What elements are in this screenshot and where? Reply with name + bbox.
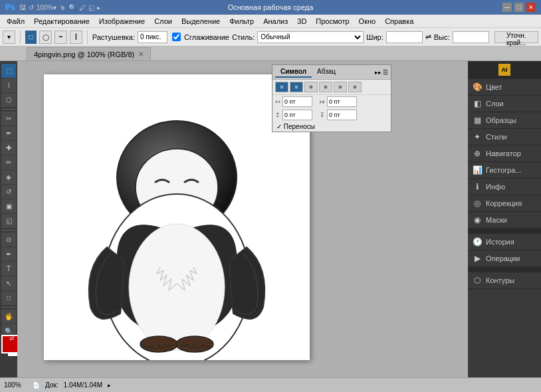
svg-point-6 (129, 224, 225, 350)
maximize-button[interactable]: □ (514, 3, 524, 12)
marquee-rect-btn[interactable]: □ (25, 31, 37, 44)
navigator-icon: ⊕ (472, 148, 483, 159)
panel-expand-icon[interactable]: ▸▸ (375, 69, 381, 76)
window-controls[interactable]: — □ ✕ (502, 3, 536, 12)
status-icon: 📄 (33, 382, 40, 389)
panel-menu-icon[interactable]: ☰ (383, 69, 388, 76)
tab-close-btn[interactable]: ✕ (138, 50, 144, 58)
panel-color-label: Цвет (486, 83, 502, 91)
menu-help[interactable]: Справка (381, 16, 417, 27)
tool-healing[interactable]: ✚ (1, 141, 16, 155)
space-before-input[interactable] (282, 110, 312, 120)
tool-crop[interactable]: ✂ (1, 112, 16, 126)
tool-lasso[interactable]: ⌇ (1, 78, 16, 92)
swap-icon[interactable]: ⇌ (425, 33, 431, 41)
menu-filter[interactable]: Фильтр (225, 16, 258, 27)
status-arrow[interactable]: ▸ (108, 382, 111, 389)
panel-masks-label: Маски (486, 216, 507, 224)
tool-text[interactable]: T (1, 262, 16, 276)
panel-styles[interactable]: ✦ Стили (468, 129, 541, 146)
close-button[interactable]: ✕ (526, 3, 536, 12)
panel-paths[interactable]: ⬡ Контуры (468, 272, 541, 289)
marquee-row-btn[interactable]: ━ (54, 31, 67, 44)
menu-analysis[interactable]: Анализ (259, 16, 292, 27)
indent-left-input[interactable] (282, 96, 312, 107)
color-area: ⇌ (0, 343, 17, 375)
tool-stamp[interactable]: ◈ (1, 170, 16, 184)
menu-select[interactable]: Выделение (177, 16, 224, 27)
panel-controls: ▸▸ ☰ (375, 69, 388, 76)
align-justify-center-btn[interactable]: ≡ (334, 82, 347, 92)
tool-pen[interactable]: ✒ (1, 247, 16, 261)
marquee-ellipse-btn[interactable]: ◯ (39, 31, 52, 44)
panel-corrections[interactable]: ◎ Коррекция (468, 195, 541, 212)
tool-gradient[interactable]: ◱ (1, 214, 16, 228)
actions-icon: ▶ (472, 253, 483, 264)
zoom-input[interactable] (4, 381, 27, 389)
tool-path-select[interactable]: ↖ (1, 276, 16, 290)
tool-eyedropper[interactable]: ✒ (1, 126, 16, 140)
refine-edge-btn[interactable]: Уточн. край... (494, 31, 538, 43)
panel-info[interactable]: ℹ Инфо (468, 179, 541, 195)
tool-preset-btn[interactable]: ▾ (3, 31, 15, 44)
main-area: ⬚ ⌇ ⬡ ✂ ✒ ✚ ✏ ◈ ↺ ▣ ◱ ⊙ ✒ T ↖ □ 🖐 🔍 ⇌ (0, 61, 541, 377)
tool-brush[interactable]: ✏ (1, 155, 16, 169)
rastushevka-input[interactable] (138, 31, 167, 43)
tool-marquee[interactable]: ⬚ (1, 64, 16, 78)
indent-right-input[interactable] (327, 96, 357, 107)
tool-sep-3 (2, 307, 15, 308)
panel-actions[interactable]: ▶ Операции (468, 250, 541, 267)
panel-swatches[interactable]: ▦ Образцы (468, 112, 541, 129)
menu-window[interactable]: Окно (355, 16, 380, 27)
ai-icon: AI (498, 64, 510, 76)
color-icon: 🎨 (472, 82, 483, 92)
panel-histogram[interactable]: 📊 Гистогра... (468, 162, 541, 179)
opt-sep-1 (20, 31, 21, 44)
doc-value: 1.04M/1.04M (64, 381, 102, 389)
menu-3d[interactable]: 3D (293, 16, 310, 27)
tool-eraser[interactable]: ▣ (1, 199, 16, 213)
align-right-btn[interactable]: ≡ (304, 82, 318, 92)
menu-file[interactable]: Файл (3, 16, 29, 27)
symbol-panel-header: Символ Абзац ▸▸ ☰ (272, 65, 391, 80)
sglazhivanie-checkbox[interactable] (172, 33, 181, 41)
vysota-input[interactable] (453, 31, 489, 43)
tool-hand[interactable]: 🖐 (1, 310, 16, 324)
align-justify-right-btn[interactable]: ≡ (348, 82, 362, 92)
marquee-col-btn[interactable]: ┃ (70, 31, 82, 44)
tab-symbol[interactable]: Символ (275, 66, 312, 78)
menu-edit[interactable]: Редактирование (30, 16, 94, 27)
tool-shape[interactable]: □ (1, 291, 16, 305)
tool-magic-wand[interactable]: ⬡ (1, 93, 16, 107)
indent-right-icon: ↦ (320, 98, 325, 105)
color-switch[interactable]: ⇌ (9, 335, 15, 342)
panel-layers[interactable]: ◧ Слои (468, 96, 541, 112)
panel-divider-2 (468, 267, 541, 272)
align-left-btn[interactable]: ≡ (275, 82, 288, 92)
stil-label: Стиль: (232, 33, 255, 41)
tool-dodge[interactable]: ⊙ (1, 233, 16, 246)
align-justify-left-btn[interactable]: ≡ (319, 82, 332, 92)
status-bar: 📄 Док: 1.04M/1.04M ▸ (0, 377, 541, 392)
stil-select[interactable]: Обычный Фиксированное соотношение Фиксир… (257, 31, 364, 43)
panel-masks[interactable]: ◉ Маски (468, 212, 541, 229)
menu-view[interactable]: Просмотр (312, 16, 353, 27)
panel-color[interactable]: 🎨 Цвет (468, 79, 541, 96)
tool-history[interactable]: ↺ (1, 185, 16, 199)
space-after-input[interactable] (327, 110, 357, 120)
panel-layers-label: Слои (486, 100, 504, 108)
align-center-btn[interactable]: ≡ (290, 82, 303, 92)
title-bar-icons: 🖫↺100%▾🖱🔍🖊◱▸ (19, 4, 101, 11)
document-tab[interactable]: 4pingvin.png @ 100% (RGB/8) ✕ (27, 47, 151, 60)
panel-history[interactable]: 🕐 История (468, 234, 541, 250)
menu-image[interactable]: Изображение (95, 16, 149, 27)
tool-sep-2 (2, 230, 15, 231)
minimize-button[interactable]: — (502, 3, 512, 12)
panel-styles-label: Стили (486, 133, 507, 141)
panel-navigator[interactable]: ⊕ Навигатор (468, 146, 541, 162)
tab-paragraph[interactable]: Абзац (312, 66, 341, 78)
hyphenation-row: ✓ Переносы (272, 122, 391, 132)
menu-layers[interactable]: Слои (150, 16, 176, 27)
canvas-area: Символ Абзац ▸▸ ☰ ≡ ≡ ≡ ≡ ≡ ≡ ↤ (17, 61, 468, 377)
shirina-input[interactable] (386, 31, 423, 43)
